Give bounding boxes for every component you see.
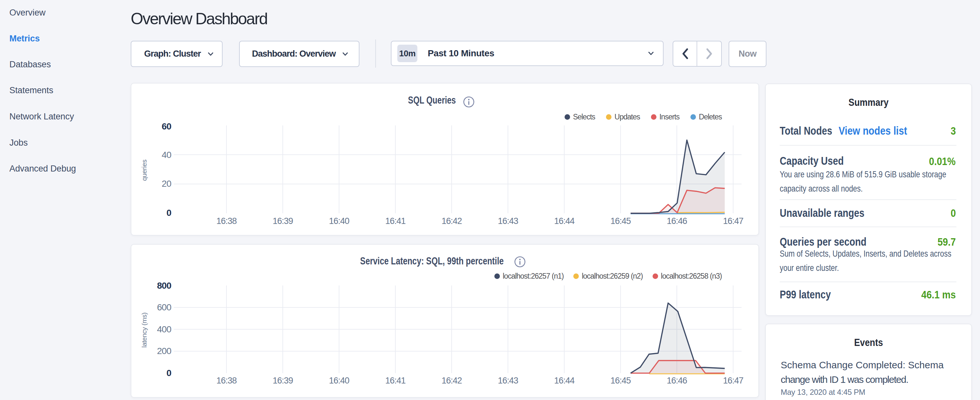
svg-text:16:46: 16:46 — [667, 216, 687, 226]
svg-text:16:43: 16:43 — [498, 376, 518, 386]
svg-text:600: 600 — [157, 302, 171, 312]
svg-text:16:40: 16:40 — [329, 376, 349, 386]
svg-text:16:41: 16:41 — [385, 216, 406, 226]
svg-text:16:45: 16:45 — [611, 376, 631, 386]
svg-text:16:44: 16:44 — [554, 376, 575, 386]
svg-text:latency (ms): latency (ms) — [140, 312, 148, 347]
svg-text:16:43: 16:43 — [498, 216, 518, 226]
svg-text:16:45: 16:45 — [611, 216, 631, 226]
svg-text:16:44: 16:44 — [554, 216, 575, 226]
svg-text:16:39: 16:39 — [273, 376, 293, 386]
svg-text:16:40: 16:40 — [329, 216, 349, 226]
svg-text:16:38: 16:38 — [216, 216, 237, 226]
svg-text:16:39: 16:39 — [273, 216, 293, 226]
svg-text:0: 0 — [166, 368, 171, 378]
svg-text:16:41: 16:41 — [385, 376, 406, 386]
svg-text:16:42: 16:42 — [442, 216, 462, 226]
svg-text:16:46: 16:46 — [667, 376, 687, 386]
svg-text:20: 20 — [162, 178, 172, 189]
svg-text:400: 400 — [157, 324, 171, 334]
svg-text:60: 60 — [162, 121, 172, 131]
svg-text:queries: queries — [140, 159, 148, 180]
svg-text:16:38: 16:38 — [216, 376, 237, 386]
svg-text:40: 40 — [162, 150, 172, 160]
svg-text:16:47: 16:47 — [723, 216, 743, 226]
svg-text:16:47: 16:47 — [723, 376, 743, 386]
svg-text:0: 0 — [166, 208, 171, 218]
svg-text:16:42: 16:42 — [442, 376, 462, 386]
svg-text:200: 200 — [157, 346, 171, 356]
svg-text:800: 800 — [157, 280, 171, 291]
